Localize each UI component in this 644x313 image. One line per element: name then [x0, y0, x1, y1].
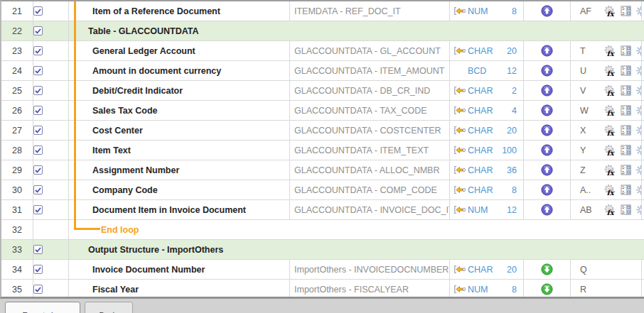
svg-text:0: 0	[463, 187, 466, 193]
formula-fx-icon[interactable]: fx	[603, 105, 616, 116]
leading-zeros-icon: 0	[453, 86, 466, 95]
clear-mapping-icon[interactable]	[635, 204, 642, 215]
enable-checkbox[interactable]	[33, 265, 43, 274]
mapping-properties-icon[interactable]: 1-2-	[621, 65, 631, 76]
upload-direction-icon[interactable]	[541, 204, 553, 216]
svg-text:1-: 1-	[622, 86, 626, 90]
data-type: NUM	[468, 285, 488, 295]
enable-checkbox[interactable]	[33, 86, 43, 95]
upload-direction-icon[interactable]	[541, 184, 553, 196]
mapping-cell: R	[571, 280, 642, 298]
upload-direction-icon[interactable]	[541, 124, 553, 136]
mapping-properties-icon[interactable]: 1-2-	[621, 85, 631, 96]
field-type-cell: 0NUM8	[450, 1, 524, 21]
tab-basic-view[interactable]: Basic	[85, 302, 133, 313]
data-length: 4	[512, 106, 517, 116]
mapping-properties-icon[interactable]: 1-2-	[621, 45, 631, 56]
mapping-cell: A..fx1-2-	[571, 180, 642, 199]
field-description: Invoice Document Number	[69, 260, 290, 279]
checkbox-cell	[33, 61, 69, 80]
download-direction-icon[interactable]	[541, 263, 553, 275]
clear-mapping-icon[interactable]	[635, 165, 642, 175]
data-type: CHAR	[468, 86, 493, 96]
mapping-properties-icon[interactable]: 1-2-	[621, 145, 631, 155]
formula-fx-icon[interactable]: fx	[603, 145, 616, 156]
clear-mapping-icon[interactable]	[635, 85, 642, 96]
excel-column-letter: Y	[580, 145, 599, 155]
excel-column-letter: A..	[580, 185, 599, 195]
leading-zeros-icon: 0	[453, 165, 466, 175]
upload-direction-icon[interactable]	[541, 164, 553, 176]
leading-zeros-icon: 0	[453, 285, 466, 294]
upload-direction-icon[interactable]	[541, 84, 553, 97]
svg-text:0: 0	[463, 147, 466, 153]
enable-checkbox[interactable]	[33, 26, 43, 35]
field-mapping: GLACCOUNTDATA - ITEM_TEXT	[290, 141, 450, 160]
tab-expert-view[interactable]: Expert view	[5, 302, 80, 313]
svg-text:fx: fx	[607, 148, 616, 156]
excel-column-letter: V	[580, 86, 599, 96]
enable-checkbox[interactable]	[33, 285, 43, 294]
upload-direction-icon[interactable]	[541, 5, 553, 17]
enable-checkbox[interactable]	[33, 66, 43, 75]
mapping-properties-icon[interactable]: 1-2-	[621, 185, 631, 195]
enable-checkbox[interactable]	[33, 106, 43, 115]
enable-checkbox[interactable]	[33, 245, 43, 254]
row-number: 32	[1, 220, 33, 239]
enable-checkbox[interactable]	[33, 165, 43, 175]
mapping-properties-icon[interactable]: 1-2-	[621, 6, 631, 16]
data-type: NUM	[468, 205, 488, 215]
enable-checkbox[interactable]	[33, 126, 43, 135]
enable-checkbox[interactable]	[33, 185, 43, 194]
field-description: Item Text	[69, 141, 290, 160]
clear-mapping-icon[interactable]	[635, 145, 642, 155]
enable-checkbox[interactable]	[33, 145, 43, 155]
clear-mapping-icon[interactable]	[635, 185, 642, 195]
formula-fx-icon[interactable]: fx	[603, 125, 616, 136]
field-mapping: GLACCOUNTDATA - DB_CR_IND	[290, 81, 450, 100]
checkmark-icon	[35, 267, 41, 273]
clear-mapping-icon[interactable]	[635, 105, 642, 116]
svg-text:1-: 1-	[622, 145, 626, 150]
enable-checkbox[interactable]	[33, 6, 43, 16]
data-length: 12	[507, 66, 517, 76]
upload-direction-icon[interactable]	[541, 144, 553, 156]
field-description: Assignment Number	[69, 160, 290, 180]
formula-fx-icon[interactable]: fx	[603, 204, 616, 216]
formula-fx-icon[interactable]: fx	[603, 185, 616, 196]
mapping-properties-icon[interactable]: 1-2-	[621, 204, 631, 215]
checkmark-icon	[35, 48, 41, 54]
enable-checkbox[interactable]	[33, 205, 43, 214]
data-type: CHAR	[468, 145, 493, 155]
mapping-properties-icon[interactable]: 1-2-	[621, 105, 631, 116]
enable-checkbox[interactable]	[33, 46, 43, 55]
formula-fx-icon[interactable]: fx	[603, 165, 616, 176]
clear-mapping-icon[interactable]	[635, 65, 642, 76]
formula-fx-icon[interactable]: fx	[603, 65, 616, 77]
clear-mapping-icon[interactable]	[635, 6, 642, 16]
mapping-properties-icon[interactable]: 1-2-	[621, 125, 631, 136]
data-type: BCD	[468, 66, 486, 76]
formula-fx-icon[interactable]: fx	[603, 6, 616, 17]
field-type-cell: 0NUM12	[450, 200, 524, 219]
field-description: General Ledger Account	[69, 41, 290, 60]
direction-cell	[524, 121, 571, 140]
checkbox-cell	[33, 121, 69, 140]
mapping-properties-icon[interactable]: 1-2-	[621, 165, 631, 175]
clear-mapping-icon[interactable]	[635, 125, 642, 136]
row-number: 27	[1, 121, 33, 140]
row-number: 30	[1, 180, 33, 199]
upload-direction-icon[interactable]	[541, 104, 553, 116]
table-row: 31Document Item in Invoice DocumentGLACC…	[1, 200, 644, 220]
upload-direction-icon[interactable]	[541, 65, 553, 77]
upload-direction-icon[interactable]	[541, 45, 553, 57]
download-direction-icon[interactable]	[541, 283, 553, 295]
svg-text:0: 0	[463, 107, 466, 114]
clear-mapping-icon[interactable]	[635, 45, 642, 56]
formula-fx-icon[interactable]: fx	[603, 45, 616, 57]
loop-line-vertical	[74, 1, 76, 230]
formula-fx-icon[interactable]: fx	[603, 85, 616, 97]
field-type-cell: 0CHAR20	[450, 260, 524, 279]
svg-text:1-: 1-	[622, 66, 626, 70]
field-mapping: GLACCOUNTDATA - COSTCENTER	[290, 121, 450, 140]
